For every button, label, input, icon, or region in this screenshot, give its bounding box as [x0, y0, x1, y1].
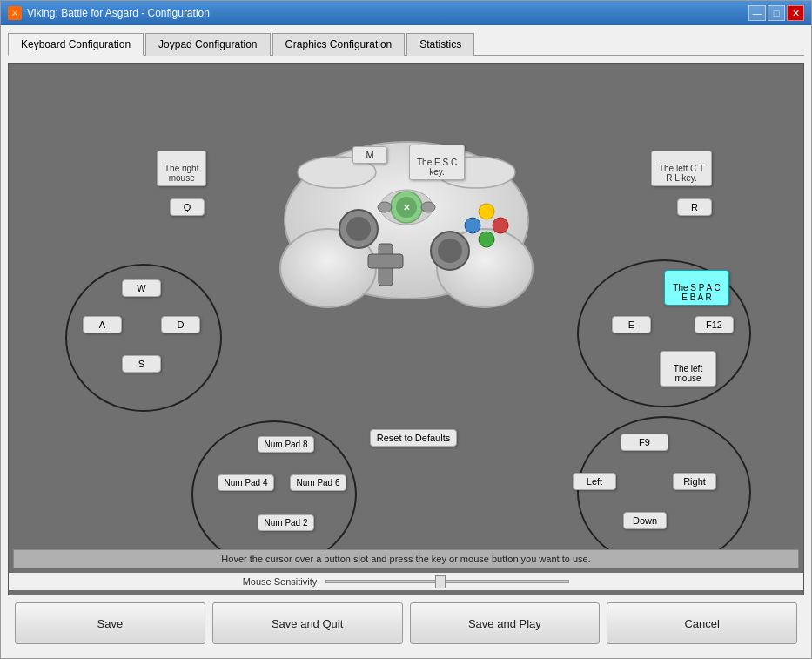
q-key[interactable]: Q	[170, 198, 205, 216]
svg-rect-14	[368, 254, 403, 268]
main-window: ⚔ Viking: Battle for Asgard - Configurat…	[0, 0, 812, 659]
svg-point-17	[465, 218, 480, 233]
a-key[interactable]: A	[83, 316, 122, 333]
svg-point-16	[493, 218, 508, 233]
maximize-button[interactable]: □	[768, 5, 785, 21]
status-bar: Hover the cursor over a button slot and …	[13, 549, 799, 568]
left-mouse-key[interactable]: The left mouse	[660, 351, 716, 387]
window-content: Keyboard Configuration Joypad Configurat…	[1, 25, 811, 658]
spacebar-key[interactable]: The S P A C E B A R	[664, 270, 729, 306]
d-key[interactable]: D	[161, 316, 200, 333]
window-title: Viking: Battle for Asgard - Configuratio…	[27, 7, 210, 19]
num-pad-8-key[interactable]: Num Pad 8	[258, 436, 314, 453]
tab-graphics[interactable]: Graphics Configuration	[272, 33, 406, 56]
title-bar-left: ⚔ Viking: Battle for Asgard - Configurat…	[8, 6, 210, 20]
slider-thumb[interactable]	[435, 575, 446, 588]
sensitivity-slider[interactable]	[325, 580, 569, 583]
m-label[interactable]: M	[352, 146, 387, 164]
save-button[interactable]: Save	[15, 602, 205, 644]
num-pad-6-key[interactable]: Num Pad 6	[290, 474, 346, 491]
e-key[interactable]: E	[612, 316, 651, 333]
save-quit-button[interactable]: Save and Quit	[212, 602, 403, 644]
esc-label[interactable]: The E S C key.	[409, 145, 465, 180]
reset-defaults-button[interactable]: Reset to Defaults	[370, 429, 457, 447]
w-key[interactable]: W	[122, 279, 161, 297]
controller-image: ✕	[250, 107, 563, 316]
num-pad-2-key[interactable]: Num Pad 2	[258, 514, 314, 531]
minimize-button[interactable]: —	[748, 5, 766, 21]
svg-point-15	[479, 204, 494, 219]
f12-key[interactable]: F12	[695, 316, 734, 333]
save-play-button[interactable]: Save and Play	[410, 602, 601, 644]
main-config-area: ✕	[8, 63, 804, 595]
svg-point-20	[378, 202, 392, 212]
num-pad-4-key[interactable]: Num Pad 4	[218, 474, 274, 491]
title-bar-controls: — □ ✕	[748, 5, 804, 21]
right-key[interactable]: Right	[673, 473, 716, 490]
tab-joypad[interactable]: Joypad Configuration	[145, 33, 270, 56]
left-key[interactable]: Left	[573, 473, 616, 490]
sensitivity-label: Mouse Sensitivity	[243, 576, 318, 587]
cancel-button[interactable]: Cancel	[607, 602, 797, 644]
tabs-bar: Keyboard Configuration Joypad Configurat…	[8, 32, 804, 56]
right-mouse-label[interactable]: The right mouse	[157, 151, 206, 186]
sensitivity-container: Mouse Sensitivity	[9, 573, 803, 590]
close-button[interactable]: ✕	[787, 5, 804, 21]
down-key[interactable]: Down	[623, 512, 667, 529]
tab-keyboard[interactable]: Keyboard Configuration	[8, 33, 144, 56]
svg-point-12	[438, 239, 462, 263]
title-bar: ⚔ Viking: Battle for Asgard - Configurat…	[1, 1, 811, 25]
s-key[interactable]: S	[122, 355, 161, 373]
app-icon: ⚔	[8, 6, 22, 20]
svg-point-10	[346, 217, 371, 241]
svg-point-19	[421, 202, 435, 212]
left-ctrl-label[interactable]: The left C T R L key.	[651, 151, 712, 186]
tab-statistics[interactable]: Statistics	[406, 33, 474, 56]
bottom-button-bar: Save Save and Quit Save and Play Cancel	[8, 595, 804, 651]
r-key[interactable]: R	[677, 198, 712, 216]
svg-point-18	[479, 232, 494, 247]
f9-key[interactable]: F9	[621, 434, 668, 451]
svg-text:✕: ✕	[403, 203, 410, 212]
